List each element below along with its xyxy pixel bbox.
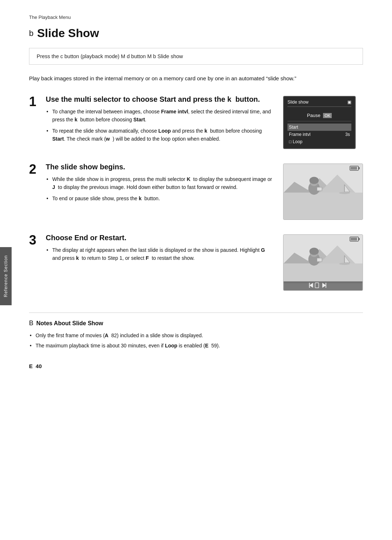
step-2-row: 2 The slide show begins. While the slide… <box>29 162 363 220</box>
step-2-illustration <box>283 164 363 220</box>
instruction-text: Press the c button (playback mode) M d b… <box>37 53 183 59</box>
menu-item-start: Start <box>287 124 351 131</box>
step-3-row: 3 Choose End or Restart. The display at … <box>29 233 363 291</box>
title-text: Slide Show <box>37 27 99 40</box>
step-1-content: 1 Use the multi selector to choose Start… <box>29 94 276 146</box>
camera-ui-title: Slide show ▣ <box>287 100 351 107</box>
menu-item-frame-intvl: Frame intvl 3s <box>287 131 351 138</box>
menu-item-frame-value: 3s <box>345 132 350 137</box>
step-1-body: Use the multi selector to choose Start a… <box>46 94 276 146</box>
step-3-illustration <box>283 234 363 291</box>
camera-ui-menu: Start Frame intvl 3s □ Loop <box>287 124 351 145</box>
menu-item-loop: □ Loop <box>287 138 351 145</box>
side-tab: Reference Section <box>0 247 12 305</box>
notes-bullet-2: The maximum playback time is about 30 mi… <box>29 342 363 350</box>
step-3-body: Choose End or Restart. The display at ri… <box>46 233 276 265</box>
step-2-content: 2 The slide show begins. While the slide… <box>29 162 276 205</box>
svg-rect-2 <box>351 167 357 170</box>
step-1-row: 1 Use the multi selector to choose Start… <box>29 94 363 149</box>
camera-ui-battery: ▣ <box>347 100 351 105</box>
step-1-bullets: To change the interval between images, c… <box>46 108 276 143</box>
ok-box: OK <box>323 113 332 118</box>
notes-title-text: Notes About Slide Show <box>36 320 103 327</box>
step-2-bullets: While the slide show is in progress, pre… <box>46 175 276 202</box>
notes-icon: B <box>29 319 33 327</box>
svg-point-10 <box>339 192 350 194</box>
step-2-body: The slide show begins. While the slide s… <box>46 162 276 205</box>
notes-bullets: Only the first frame of movies (A 82) in… <box>29 331 363 350</box>
svg-rect-22 <box>283 263 362 283</box>
svg-rect-17 <box>351 238 357 241</box>
step-2-bullet-2: To end or pause slide show, press the k … <box>46 194 276 202</box>
svg-rect-18 <box>359 238 360 240</box>
svg-point-25 <box>339 263 350 265</box>
step-1-bullet-1: To change the interval between images, c… <box>46 108 276 124</box>
step-2-bullet-1: While the slide show is in progress, pre… <box>46 175 276 192</box>
step-2-number: 2 <box>29 163 46 176</box>
step-1-bullet-2: To repeat the slide show automatically, … <box>46 127 276 143</box>
pause-label: Pause <box>307 113 320 118</box>
intro-text: Play back images stored in the internal … <box>29 74 363 83</box>
camera-ui: Slide show ▣ Pause OK Start Frame intvl … <box>283 96 356 149</box>
svg-point-28 <box>309 248 319 255</box>
notes-title: B Notes About Slide Show <box>29 319 363 327</box>
menu-item-start-label: Start <box>289 125 298 130</box>
svg-rect-29 <box>317 258 322 262</box>
notes-bullet-1: Only the first frame of movies (A 82) in… <box>29 331 363 339</box>
footer-letter: E <box>29 363 33 369</box>
camera-ui-title-text: Slide show <box>287 100 309 105</box>
svg-rect-7 <box>283 193 362 219</box>
step-3-svg <box>283 235 363 290</box>
notes-section: B Notes About Slide Show Only the first … <box>29 313 363 350</box>
page-title: b Slide Show <box>29 27 363 40</box>
camera-ui-pause: Pause OK <box>287 109 351 121</box>
page-footer: E 40 <box>29 363 363 369</box>
step-1-image: Slide show ▣ Pause OK Start Frame intvl … <box>283 96 363 149</box>
step-3-number: 3 <box>29 234 46 247</box>
svg-point-13 <box>309 177 319 184</box>
step-1-number: 1 <box>29 95 46 108</box>
step-3-title: Choose End or Restart. <box>46 233 276 242</box>
svg-rect-3 <box>359 167 360 169</box>
side-tab-label: Reference Section <box>3 255 8 297</box>
svg-rect-14 <box>317 187 322 191</box>
breadcrumb: The Playback Menu <box>29 15 363 20</box>
footer-page: 40 <box>36 363 42 369</box>
step-3-bullet-1: The display at right appears when the la… <box>46 246 276 262</box>
step-3-content: 3 Choose End or Restart. The display at … <box>29 233 276 265</box>
menu-item-frame-label: Frame intvl <box>289 132 310 137</box>
step-3-bullets: The display at right appears when the la… <box>46 246 276 262</box>
menu-item-loop-label: □ Loop <box>289 139 302 144</box>
step-2-svg <box>283 164 363 219</box>
step-1-title: Use the multi selector to choose Start a… <box>46 94 276 104</box>
step-2-title: The slide show begins. <box>46 162 276 172</box>
title-icon: b <box>29 29 33 38</box>
instruction-box: Press the c button (playback mode) M d b… <box>29 48 363 65</box>
